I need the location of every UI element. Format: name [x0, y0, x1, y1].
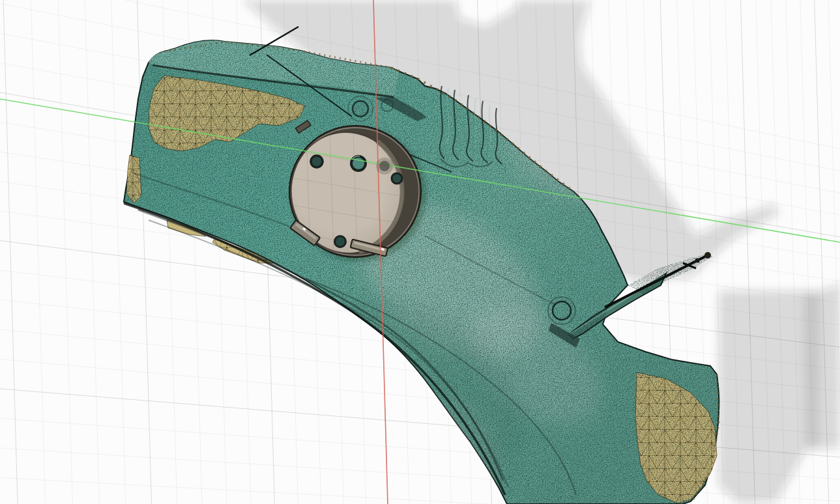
disc-hole-3[interactable]	[392, 173, 402, 184]
scene-svg	[0, 0, 840, 504]
viewport-canvas[interactable]	[0, 0, 840, 504]
cast-shadow-dark-band	[804, 293, 820, 448]
origin-marker[interactable]	[376, 158, 393, 175]
disc-hole-1[interactable]	[311, 156, 323, 167]
disc-hole-4[interactable]	[335, 236, 346, 247]
